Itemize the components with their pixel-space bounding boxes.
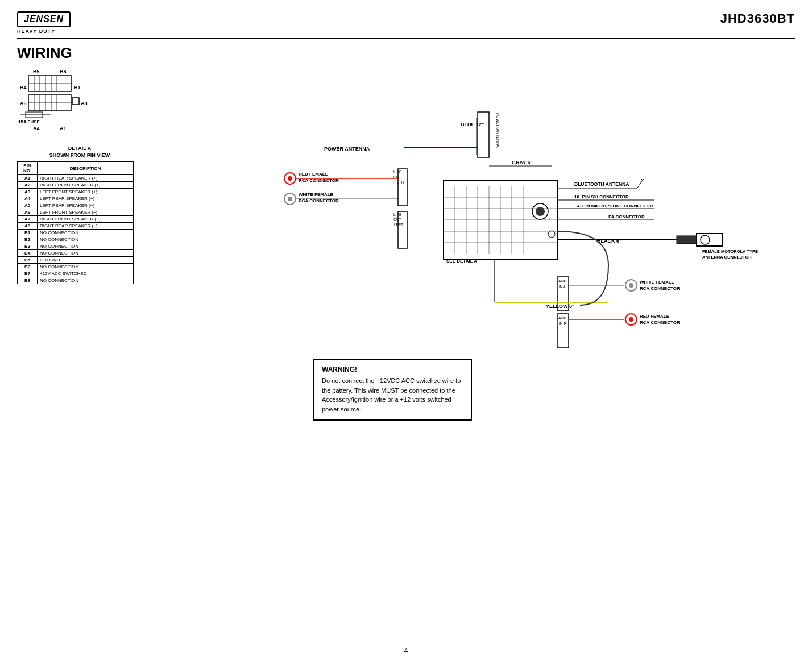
svg-rect-28 — [478, 112, 489, 157]
svg-rect-44 — [398, 169, 407, 206]
svg-text:BLUETOOTH ANTENNA: BLUETOOTH ANTENNA — [574, 181, 629, 187]
table-row: A1RIGHT REAR SPEAKER (+) — [18, 175, 134, 182]
svg-text:GRAY 6": GRAY 6" — [512, 160, 533, 165]
svg-text:A4: A4 — [33, 126, 40, 131]
pin-desc-cell: GROUND — [38, 257, 134, 264]
pin-desc-cell: LEFT REAR SPEAKER (+) — [38, 195, 134, 202]
svg-text:RED FEMALE: RED FEMALE — [299, 172, 329, 177]
svg-text:RED FEMALE: RED FEMALE — [640, 314, 670, 319]
svg-text:WHITE FEMALE: WHITE FEMALE — [640, 280, 675, 285]
logo: JENSEN — [17, 11, 71, 27]
svg-text:RCA CONNECTOR: RCA CONNECTOR — [640, 286, 680, 291]
pin-desc-cell: +12V ACC SWITCHED — [38, 270, 134, 277]
table-row: A6LEFT FRONT SPEAKER (−) — [18, 209, 134, 216]
svg-line-72 — [640, 177, 643, 180]
pin-desc-cell: LEFT FRONT SPEAKER (+) — [38, 189, 134, 195]
page-container: JENSEN HEAVY DUTY JHD3630BT WIRING B5 B8 — [0, 0, 812, 666]
pin-number-cell: A1 — [18, 175, 38, 182]
svg-text:ANTENNA CONNECTOR: ANTENNA CONNECTOR — [702, 255, 752, 260]
section-title: WIRING — [17, 44, 795, 62]
svg-text:B5: B5 — [33, 69, 40, 74]
model-number: JHD3630BT — [720, 11, 795, 26]
svg-text:BLUE 12": BLUE 12" — [461, 122, 484, 127]
svg-text:RCA CONNECTOR: RCA CONNECTOR — [640, 320, 680, 325]
svg-text:B1: B1 — [74, 85, 81, 90]
pin-number-cell: B6 — [18, 264, 38, 270]
svg-rect-18 — [72, 98, 79, 105]
pin-desc-cell: NO CONNECTION — [38, 277, 134, 284]
svg-text:B8: B8 — [60, 69, 67, 74]
table-row: B7+12V ACC SWITCHED — [18, 270, 134, 277]
header: JENSEN HEAVY DUTY JHD3630BT — [17, 11, 795, 39]
svg-text:YELLOW 6": YELLOW 6" — [546, 303, 574, 309]
svg-point-42 — [288, 197, 292, 201]
svg-text:RIGHT: RIGHT — [393, 180, 404, 184]
main-content: B5 B8 B4 B1 — [17, 66, 795, 421]
svg-text:SEE DETAIL A: SEE DETAIL A — [446, 259, 477, 264]
svg-text:OUT: OUT — [393, 175, 401, 179]
svg-text:4−PIN MICROPHONE CONNECTOR: 4−PIN MICROPHONE CONNECTOR — [577, 203, 653, 209]
table-row: B6NO CONNECTION — [18, 264, 134, 270]
table-row: A3LEFT FRONT SPEAKER (+) — [18, 189, 134, 195]
connector-diagram: B5 B8 B4 B1 — [17, 66, 119, 140]
logo-area: JENSEN HEAVY DUTY — [17, 11, 71, 34]
table-row: A7RIGHT FRONT SPEAKER (−) — [18, 216, 134, 223]
table-row: A8RIGHT REAR SPEAKER (−) — [18, 223, 134, 230]
table-row: A4LEFT REAR SPEAKER (+) — [18, 195, 134, 202]
heavy-duty-label: HEAVY DUTY — [17, 28, 55, 34]
left-panel: B5 B8 B4 B1 — [17, 66, 142, 421]
right-panel: POWER ANTENNA BLUE 12" POWER ANTENNA GRA… — [154, 66, 802, 421]
svg-text:WHITE FEMALE: WHITE FEMALE — [299, 192, 334, 197]
svg-text:FEMALE MOTOROLA TYPE: FEMALE MOTOROLA TYPE — [702, 249, 758, 254]
svg-text:POWER ANTENNA: POWER ANTENNA — [324, 146, 370, 152]
svg-line-73 — [643, 177, 645, 180]
pin-number-cell: B7 — [18, 270, 38, 277]
pin-desc-cell: NO CONNECTION — [38, 230, 134, 236]
svg-text:IN-R: IN-R — [559, 322, 567, 326]
pin-number-cell: B8 — [18, 277, 38, 284]
svg-text:LINE: LINE — [393, 170, 402, 174]
pin-number-cell: B2 — [18, 236, 38, 243]
pin-desc-cell: RIGHT FRONT SPEAKER (+) — [38, 182, 134, 189]
pin-table: PIN NO. DESCRIPTION A1RIGHT REAR SPEAKER… — [17, 161, 134, 284]
table-row: B4NO CONNECTION — [18, 250, 134, 257]
svg-rect-48 — [398, 211, 407, 248]
svg-text:OUT: OUT — [393, 218, 401, 222]
svg-point-37 — [288, 176, 292, 181]
pin-desc-cell: LEFT FRONT SPEAKER (−) — [38, 209, 134, 216]
svg-point-66 — [536, 207, 545, 216]
pin-number-cell: B4 — [18, 250, 38, 257]
pin-desc-cell: RIGHT REAR SPEAKER (−) — [38, 223, 134, 230]
svg-point-67 — [548, 231, 555, 238]
pin-number-cell: A8 — [18, 223, 38, 230]
svg-text:15A FUSE: 15A FUSE — [18, 119, 40, 124]
warning-box: WARNING! Do not connect the +12VDC ACC s… — [313, 359, 472, 421]
pin-col-header: PIN NO. — [18, 162, 38, 175]
warning-title: WARNING! — [322, 365, 463, 373]
table-row: B8NO CONNECTION — [18, 277, 134, 284]
pin-number-cell: A6 — [18, 209, 38, 216]
pin-desc-cell: NO CONNECTION — [38, 264, 134, 270]
pin-number-cell: B1 — [18, 230, 38, 236]
svg-point-96 — [629, 283, 633, 288]
pin-desc-cell: NO CONNECTION — [38, 236, 134, 243]
svg-text:LEFT: LEFT — [394, 223, 403, 227]
svg-text:10−PIN SXI CONNECTOR: 10−PIN SXI CONNECTOR — [574, 194, 629, 199]
svg-text:AUX: AUX — [558, 279, 566, 283]
svg-point-101 — [629, 317, 633, 322]
table-row: B1NO CONNECTION — [18, 230, 134, 236]
svg-text:POWER ANTENNA: POWER ANTENNA — [496, 113, 500, 148]
svg-rect-82 — [677, 236, 697, 244]
pin-desc-cell: NO CONNECTION — [38, 250, 134, 257]
warning-text: Do not connect the +12VDC ACC switched w… — [322, 376, 463, 414]
svg-text:PA CONNECTOR: PA CONNECTOR — [608, 214, 645, 219]
pin-number-cell: A5 — [18, 202, 38, 209]
pin-number-cell: B3 — [18, 243, 38, 250]
table-row: A2RIGHT FRONT SPEAKER (+) — [18, 182, 134, 189]
svg-line-71 — [637, 180, 643, 189]
page-number: 4 — [404, 647, 408, 655]
table-row: B2NO CONNECTION — [18, 236, 134, 243]
svg-text:IN-L: IN-L — [559, 285, 566, 289]
svg-text:A8: A8 — [81, 101, 88, 106]
svg-text:AUX: AUX — [558, 316, 566, 320]
